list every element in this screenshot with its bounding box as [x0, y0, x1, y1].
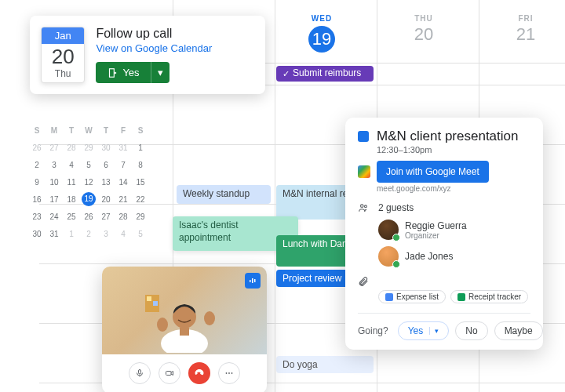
camera-button[interactable] — [159, 362, 180, 384]
svg-rect-9 — [250, 280, 251, 282]
mini-day-14[interactable]: 14 — [116, 178, 130, 187]
day-number: 19 — [308, 26, 335, 53]
rsvp-dropdown-button[interactable]: ▾ — [151, 62, 170, 83]
mini-day-23[interactable]: 23 — [30, 212, 44, 221]
rsvp-button-group: Yes ▾ — [96, 62, 169, 83]
mini-day-17[interactable]: 17 — [47, 195, 61, 204]
svg-point-7 — [157, 318, 168, 332]
mini-day-4[interactable]: 4 — [116, 230, 130, 238]
mini-day-9[interactable]: 9 — [30, 178, 44, 187]
mini-day-30[interactable]: 30 — [30, 230, 44, 238]
join-meet-button[interactable]: Join with Google Meet — [377, 161, 489, 183]
event-weekly-standup[interactable]: Weekly standup — [177, 185, 271, 204]
check-icon: ✓ — [282, 68, 290, 79]
video-feed — [102, 267, 267, 354]
mini-day-12[interactable]: 12 — [82, 178, 96, 187]
svg-rect-11 — [254, 279, 256, 282]
event-yoga[interactable]: Do yoga — [276, 356, 374, 373]
mini-day-5[interactable]: 5 — [133, 230, 148, 238]
mini-day-29[interactable]: 29 — [82, 143, 96, 152]
mini-day-24[interactable]: 24 — [47, 212, 61, 221]
event-detail-panel: M&N client presentation 12:30–1:30pm Joi… — [345, 118, 543, 350]
day-header-wed[interactable]: WED 19 — [275, 14, 369, 53]
guest-row[interactable]: Jade Jones — [378, 246, 530, 267]
avatar — [378, 220, 399, 240]
event-label: Do yoga — [282, 359, 318, 370]
mini-day-8[interactable]: 8 — [133, 161, 148, 169]
guest-name: Jade Jones — [405, 251, 453, 262]
mini-day-31[interactable]: 31 — [116, 143, 130, 152]
mini-day-30[interactable]: 30 — [99, 143, 113, 152]
video-controls — [102, 354, 267, 392]
svg-rect-10 — [252, 278, 253, 283]
mini-day-22[interactable]: 22 — [133, 195, 148, 204]
svg-rect-2 — [147, 296, 151, 301]
event-label: Lunch with Dana — [282, 238, 352, 249]
rsvp-yes-button[interactable]: Yes — [96, 62, 150, 83]
mini-day-6[interactable]: 6 — [99, 161, 113, 169]
mini-day-3[interactable]: 3 — [99, 230, 113, 238]
svg-point-18 — [364, 205, 366, 208]
day-number: 20 — [377, 24, 471, 45]
mini-day-27[interactable]: 27 — [99, 212, 113, 221]
attachment-icon — [358, 276, 370, 287]
mini-day-11[interactable]: 11 — [64, 178, 78, 187]
mini-day-28[interactable]: 28 — [116, 212, 130, 221]
svg-point-14 — [226, 372, 228, 374]
guests-icon — [358, 202, 370, 213]
attachment-chip[interactable]: Expense list — [378, 290, 446, 303]
mini-day-1[interactable]: 1 — [133, 143, 148, 152]
mini-day-2[interactable]: 2 — [30, 161, 44, 169]
guest-role: Organizer — [405, 231, 467, 240]
mini-day-28[interactable]: 28 — [64, 143, 78, 152]
event-label: Submit reimburs — [293, 67, 361, 80]
mini-day-26[interactable]: 26 — [30, 143, 44, 152]
mini-day-25[interactable]: 25 — [64, 212, 78, 221]
view-on-calendar-link[interactable]: View on Google Calendar — [96, 42, 212, 54]
event-color-icon — [358, 131, 369, 142]
dow-label: FRI — [479, 14, 565, 23]
mini-day-5[interactable]: 5 — [82, 161, 96, 169]
mini-day-19[interactable]: 19 — [82, 192, 96, 206]
svg-rect-6 — [180, 328, 189, 336]
attachment-chip[interactable]: Receipt tracker — [450, 290, 528, 303]
mini-day-20[interactable]: 20 — [99, 195, 113, 204]
svg-rect-12 — [139, 370, 141, 375]
mini-day-16[interactable]: 16 — [30, 195, 44, 204]
mini-day-2[interactable]: 2 — [82, 230, 96, 238]
mini-day-7[interactable]: 7 — [116, 161, 130, 169]
attachments-row: Expense listReceipt tracker — [378, 290, 528, 303]
video-call-card — [102, 267, 267, 392]
more-options-button[interactable] — [218, 362, 240, 384]
date-icon: Jan 20 Thu — [41, 27, 85, 83]
svg-point-15 — [228, 372, 230, 374]
meet-url: meet.google.com/xyz — [377, 184, 530, 193]
svg-rect-3 — [153, 301, 158, 306]
guest-name: Reggie Guerra — [405, 220, 467, 231]
mini-day-15[interactable]: 15 — [133, 178, 148, 187]
going-yes-button[interactable]: Yes▾ — [398, 321, 450, 340]
door-icon — [107, 67, 118, 78]
mini-day-4[interactable]: 4 — [64, 161, 78, 169]
mini-day-29[interactable]: 29 — [133, 212, 148, 221]
event-submit-reimburs[interactable]: ✓Submit reimburs — [276, 66, 374, 82]
mini-day-3[interactable]: 3 — [47, 161, 61, 169]
going-no-button[interactable]: No — [455, 321, 487, 340]
mini-day-18[interactable]: 18 — [64, 195, 78, 204]
mini-day-31[interactable]: 31 — [47, 230, 61, 238]
day-header-fri[interactable]: FRI 21 — [479, 14, 565, 45]
mini-day-10[interactable]: 10 — [47, 178, 61, 187]
dow-label: WED — [275, 14, 369, 23]
end-call-button[interactable] — [188, 362, 210, 384]
day-header-thu[interactable]: THU 20 — [377, 14, 471, 45]
going-maybe-button[interactable]: Maybe — [494, 321, 543, 340]
mini-day-1[interactable]: 1 — [64, 230, 78, 238]
mini-day-26[interactable]: 26 — [82, 212, 96, 221]
google-meet-icon — [358, 165, 370, 178]
mini-day-21[interactable]: 21 — [116, 195, 130, 204]
going-label: Going? — [358, 325, 388, 336]
guest-row[interactable]: Reggie GuerraOrganizer — [378, 220, 530, 240]
mic-button[interactable] — [129, 362, 151, 384]
mini-day-13[interactable]: 13 — [99, 178, 113, 187]
mini-day-27[interactable]: 27 — [47, 143, 61, 152]
